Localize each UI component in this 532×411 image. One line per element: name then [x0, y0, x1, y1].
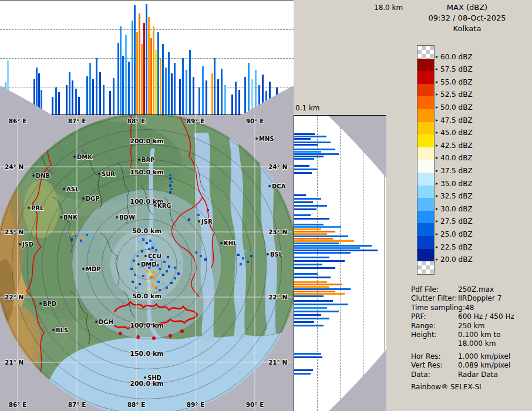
city-marker — [19, 244, 21, 245]
legend-tick-arrow: ▸ — [436, 92, 438, 97]
legend-tick-arrow: ▸ — [436, 169, 438, 173]
legend-label: ▸50.0 dBZ — [436, 103, 473, 112]
legend-tick-arrow: ▸ — [436, 156, 438, 160]
latitude-label: 21° N — [5, 359, 23, 366]
info-row: Height:0.100 km to — [402, 331, 531, 339]
latitude-label: 24° N — [268, 163, 287, 170]
legend-label: ▸47.5 dBZ — [436, 116, 473, 124]
city-label: BPD — [43, 301, 56, 307]
legend-tick-arrow: ▸ — [436, 130, 438, 135]
radar-display-window: 18.0 km 0.1 km — [0, 0, 532, 411]
echo-cell — [162, 274, 164, 276]
echo-cell — [146, 242, 148, 244]
range-ring-label: 50.0 km — [132, 227, 161, 235]
city-label: BLS — [56, 327, 68, 333]
city-label: SHD — [147, 375, 161, 381]
city-marker — [154, 205, 156, 207]
info-value: IIRDoppler 7 — [458, 294, 531, 303]
legend-label: ▸37.5 dBZ — [436, 167, 473, 175]
echo-cell — [166, 287, 168, 289]
latitude-label: 23° N — [268, 228, 287, 235]
info-value: Radar Data — [458, 370, 531, 379]
legend-tick-arrow: ▸ — [436, 232, 438, 237]
echo-cell — [174, 267, 176, 269]
scan-limit-wedges — [0, 1, 294, 116]
city-marker — [74, 156, 76, 158]
city-marker — [83, 268, 85, 270]
software-name: Rainbow® SELEX-SI — [402, 383, 531, 392]
echo-cell — [82, 236, 85, 238]
legend-label: ▸30.0 dBZ — [436, 205, 473, 213]
info-value: 250 km — [458, 322, 531, 331]
info-label: Data: — [402, 370, 458, 379]
legend-tick-arrow: ▸ — [436, 219, 438, 224]
city-label: DMK — [77, 154, 93, 160]
echo-cell — [179, 262, 181, 264]
info-label: Height: — [402, 331, 458, 339]
product-info: Pdf File:250Z.maxClutter Filter:IIRDoppl… — [402, 285, 531, 392]
legend-swatch — [417, 223, 434, 236]
info-value: 0.100 km to — [458, 331, 531, 339]
echo-cell — [133, 260, 135, 262]
latitude-label: 22° N — [5, 294, 23, 301]
city-marker — [198, 221, 200, 223]
legend-label-text: 57.5 dBZ — [440, 65, 473, 73]
legend-label-text: 55.0 dBZ — [440, 78, 473, 86]
info-row: Clutter Filter:IIRDoppler 7 — [402, 294, 531, 303]
info-label: Vert Res: — [402, 361, 458, 370]
city-label: JSD — [22, 241, 33, 248]
echo-cell — [170, 181, 173, 183]
latitude-label: 22° N — [268, 294, 287, 301]
city-label: BSL — [270, 251, 283, 258]
range-ring-label: 200.0 km — [130, 137, 163, 145]
legend-label: ▸57.5 dBZ — [436, 65, 473, 73]
legend-swatch — [417, 198, 434, 211]
echo-cell — [200, 255, 202, 257]
longitude-label: 86° E — [9, 117, 27, 124]
legend-label-text: 30.0 dBZ — [440, 205, 473, 213]
city-label: JSR — [201, 218, 213, 225]
info-row: Vert Res:0.089 km/pixel — [402, 361, 531, 370]
city-label: ASL — [66, 186, 79, 193]
legend-label-text: 37.5 dBZ — [440, 167, 473, 175]
echo-cell — [240, 263, 242, 265]
range-ring-label: 150.0 km — [130, 350, 163, 358]
echo-cell — [151, 247, 154, 249]
city-label: BNK — [63, 214, 78, 221]
echo-cell — [72, 233, 74, 235]
legend-swatch — [417, 249, 434, 262]
legend-swatch — [417, 84, 434, 97]
city-label: DMD — [141, 261, 157, 268]
longitude-label: 89° E — [187, 401, 205, 408]
range-ring-label: 100.0 km — [130, 322, 163, 329]
city-marker — [221, 242, 223, 244]
product-info-rows: Pdf File:250Z.maxClutter Filter:IIRDoppl… — [402, 285, 531, 379]
legend-label-text: 40.0 dBZ — [440, 154, 473, 162]
legend-swatch — [417, 211, 434, 224]
info-value: 0.089 km/pixel — [458, 361, 531, 370]
city-marker — [28, 207, 30, 209]
city-marker — [139, 159, 140, 161]
info-label: Range: — [402, 322, 458, 331]
legend-label-text: 50.0 dBZ — [440, 103, 473, 112]
radar-map-canvas: 86° E86° E87° E87° E88° E88° E89° E89° E… — [0, 115, 294, 411]
legend-swatch — [417, 109, 434, 122]
echo-cell — [167, 256, 169, 258]
legend-swatch — [417, 71, 434, 84]
legend-tick-arrow: ▸ — [436, 257, 438, 262]
yz-cross-section-panel — [294, 115, 386, 411]
radar-site-name: Kolkata — [402, 24, 532, 33]
legend-tick-arrow: ▸ — [436, 105, 438, 110]
longitude-label: 88° E — [127, 117, 146, 124]
echo-cell — [146, 270, 148, 272]
city-marker — [138, 264, 140, 265]
legend-label-text: 47.5 dBZ — [440, 116, 473, 124]
legend-tick-arrow: ▸ — [436, 55, 438, 59]
echo-cell — [139, 283, 141, 285]
echo-cell — [242, 257, 244, 260]
legend-label-text: 27.5 dBZ — [440, 217, 473, 225]
city-label: PRL — [31, 205, 44, 211]
echo-cell — [154, 278, 156, 281]
legend-label-column: ▸60.0 dBZ▸57.5 dBZ▸55.0 dBZ▸52.5 dBZ▸50.… — [436, 45, 530, 280]
city-marker — [144, 377, 146, 379]
